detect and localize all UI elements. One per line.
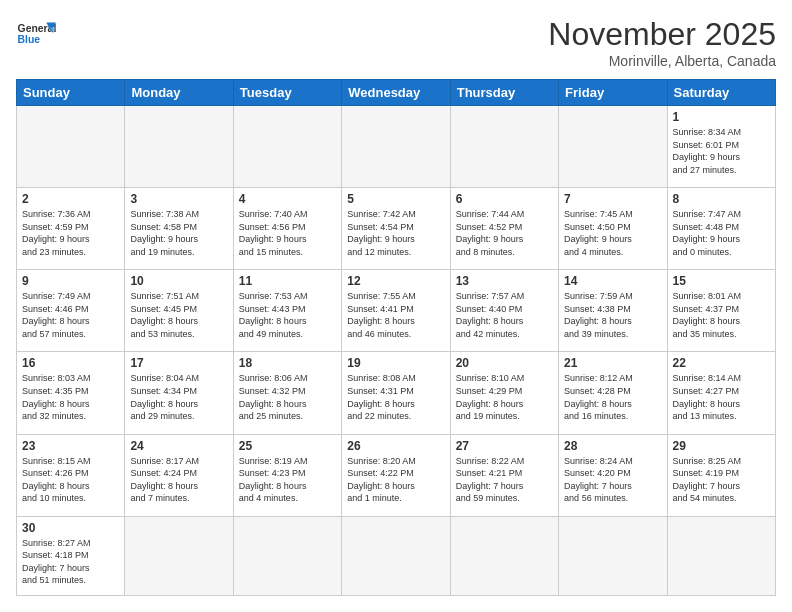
day-info: Sunrise: 8:34 AM Sunset: 6:01 PM Dayligh… <box>673 126 770 176</box>
table-row: 6Sunrise: 7:44 AM Sunset: 4:52 PM Daylig… <box>450 188 558 270</box>
col-tuesday: Tuesday <box>233 80 341 106</box>
table-row: 30Sunrise: 8:27 AM Sunset: 4:18 PM Dayli… <box>17 516 125 595</box>
table-row <box>233 516 341 595</box>
day-info: Sunrise: 8:15 AM Sunset: 4:26 PM Dayligh… <box>22 455 119 505</box>
table-row: 11Sunrise: 7:53 AM Sunset: 4:43 PM Dayli… <box>233 270 341 352</box>
table-row: 27Sunrise: 8:22 AM Sunset: 4:21 PM Dayli… <box>450 434 558 516</box>
table-row: 14Sunrise: 7:59 AM Sunset: 4:38 PM Dayli… <box>559 270 667 352</box>
day-info: Sunrise: 8:06 AM Sunset: 4:32 PM Dayligh… <box>239 372 336 422</box>
day-info: Sunrise: 8:19 AM Sunset: 4:23 PM Dayligh… <box>239 455 336 505</box>
day-info: Sunrise: 8:17 AM Sunset: 4:24 PM Dayligh… <box>130 455 227 505</box>
day-info: Sunrise: 8:14 AM Sunset: 4:27 PM Dayligh… <box>673 372 770 422</box>
day-info: Sunrise: 8:08 AM Sunset: 4:31 PM Dayligh… <box>347 372 444 422</box>
location: Morinville, Alberta, Canada <box>548 53 776 69</box>
table-row: 9Sunrise: 7:49 AM Sunset: 4:46 PM Daylig… <box>17 270 125 352</box>
header: General Blue November 2025 Morinville, A… <box>16 16 776 69</box>
day-number: 23 <box>22 439 119 453</box>
table-row: 1Sunrise: 8:34 AM Sunset: 6:01 PM Daylig… <box>667 106 775 188</box>
table-row <box>559 106 667 188</box>
day-info: Sunrise: 8:22 AM Sunset: 4:21 PM Dayligh… <box>456 455 553 505</box>
table-row: 7Sunrise: 7:45 AM Sunset: 4:50 PM Daylig… <box>559 188 667 270</box>
day-number: 4 <box>239 192 336 206</box>
day-info: Sunrise: 8:20 AM Sunset: 4:22 PM Dayligh… <box>347 455 444 505</box>
table-row: 8Sunrise: 7:47 AM Sunset: 4:48 PM Daylig… <box>667 188 775 270</box>
day-number: 27 <box>456 439 553 453</box>
table-row: 22Sunrise: 8:14 AM Sunset: 4:27 PM Dayli… <box>667 352 775 434</box>
day-number: 20 <box>456 356 553 370</box>
day-number: 28 <box>564 439 661 453</box>
day-info: Sunrise: 7:57 AM Sunset: 4:40 PM Dayligh… <box>456 290 553 340</box>
day-number: 19 <box>347 356 444 370</box>
day-number: 13 <box>456 274 553 288</box>
day-number: 15 <box>673 274 770 288</box>
table-row: 25Sunrise: 8:19 AM Sunset: 4:23 PM Dayli… <box>233 434 341 516</box>
day-info: Sunrise: 7:51 AM Sunset: 4:45 PM Dayligh… <box>130 290 227 340</box>
table-row <box>342 516 450 595</box>
day-number: 16 <box>22 356 119 370</box>
day-info: Sunrise: 7:53 AM Sunset: 4:43 PM Dayligh… <box>239 290 336 340</box>
table-row: 12Sunrise: 7:55 AM Sunset: 4:41 PM Dayli… <box>342 270 450 352</box>
table-row: 21Sunrise: 8:12 AM Sunset: 4:28 PM Dayli… <box>559 352 667 434</box>
table-row: 16Sunrise: 8:03 AM Sunset: 4:35 PM Dayli… <box>17 352 125 434</box>
table-row: 28Sunrise: 8:24 AM Sunset: 4:20 PM Dayli… <box>559 434 667 516</box>
table-row: 29Sunrise: 8:25 AM Sunset: 4:19 PM Dayli… <box>667 434 775 516</box>
table-row: 4Sunrise: 7:40 AM Sunset: 4:56 PM Daylig… <box>233 188 341 270</box>
day-info: Sunrise: 7:36 AM Sunset: 4:59 PM Dayligh… <box>22 208 119 258</box>
table-row: 26Sunrise: 8:20 AM Sunset: 4:22 PM Dayli… <box>342 434 450 516</box>
table-row: 24Sunrise: 8:17 AM Sunset: 4:24 PM Dayli… <box>125 434 233 516</box>
day-number: 29 <box>673 439 770 453</box>
logo: General Blue <box>16 16 56 56</box>
table-row <box>450 516 558 595</box>
day-number: 8 <box>673 192 770 206</box>
day-number: 25 <box>239 439 336 453</box>
table-row <box>125 516 233 595</box>
day-number: 2 <box>22 192 119 206</box>
col-saturday: Saturday <box>667 80 775 106</box>
table-row <box>17 106 125 188</box>
generalblue-logo-icon: General Blue <box>16 16 56 56</box>
day-info: Sunrise: 7:40 AM Sunset: 4:56 PM Dayligh… <box>239 208 336 258</box>
day-number: 6 <box>456 192 553 206</box>
month-title: November 2025 <box>548 16 776 53</box>
title-section: November 2025 Morinville, Alberta, Canad… <box>548 16 776 69</box>
calendar-table: Sunday Monday Tuesday Wednesday Thursday… <box>16 79 776 596</box>
col-wednesday: Wednesday <box>342 80 450 106</box>
day-info: Sunrise: 7:47 AM Sunset: 4:48 PM Dayligh… <box>673 208 770 258</box>
day-info: Sunrise: 8:24 AM Sunset: 4:20 PM Dayligh… <box>564 455 661 505</box>
table-row: 5Sunrise: 7:42 AM Sunset: 4:54 PM Daylig… <box>342 188 450 270</box>
table-row: 3Sunrise: 7:38 AM Sunset: 4:58 PM Daylig… <box>125 188 233 270</box>
table-row: 17Sunrise: 8:04 AM Sunset: 4:34 PM Dayli… <box>125 352 233 434</box>
day-number: 10 <box>130 274 227 288</box>
day-number: 30 <box>22 521 119 535</box>
day-info: Sunrise: 7:42 AM Sunset: 4:54 PM Dayligh… <box>347 208 444 258</box>
day-info: Sunrise: 8:12 AM Sunset: 4:28 PM Dayligh… <box>564 372 661 422</box>
day-number: 21 <box>564 356 661 370</box>
day-info: Sunrise: 8:04 AM Sunset: 4:34 PM Dayligh… <box>130 372 227 422</box>
table-row: 15Sunrise: 8:01 AM Sunset: 4:37 PM Dayli… <box>667 270 775 352</box>
day-info: Sunrise: 8:03 AM Sunset: 4:35 PM Dayligh… <box>22 372 119 422</box>
col-thursday: Thursday <box>450 80 558 106</box>
day-number: 14 <box>564 274 661 288</box>
day-info: Sunrise: 8:01 AM Sunset: 4:37 PM Dayligh… <box>673 290 770 340</box>
day-number: 11 <box>239 274 336 288</box>
calendar-header-row: Sunday Monday Tuesday Wednesday Thursday… <box>17 80 776 106</box>
day-number: 1 <box>673 110 770 124</box>
day-info: Sunrise: 8:25 AM Sunset: 4:19 PM Dayligh… <box>673 455 770 505</box>
day-info: Sunrise: 8:27 AM Sunset: 4:18 PM Dayligh… <box>22 537 119 587</box>
table-row: 13Sunrise: 7:57 AM Sunset: 4:40 PM Dayli… <box>450 270 558 352</box>
table-row: 20Sunrise: 8:10 AM Sunset: 4:29 PM Dayli… <box>450 352 558 434</box>
day-number: 12 <box>347 274 444 288</box>
page: General Blue November 2025 Morinville, A… <box>0 0 792 612</box>
table-row <box>342 106 450 188</box>
table-row <box>233 106 341 188</box>
day-number: 22 <box>673 356 770 370</box>
col-sunday: Sunday <box>17 80 125 106</box>
day-number: 17 <box>130 356 227 370</box>
table-row: 19Sunrise: 8:08 AM Sunset: 4:31 PM Dayli… <box>342 352 450 434</box>
day-info: Sunrise: 7:59 AM Sunset: 4:38 PM Dayligh… <box>564 290 661 340</box>
day-number: 18 <box>239 356 336 370</box>
day-number: 24 <box>130 439 227 453</box>
day-number: 3 <box>130 192 227 206</box>
day-number: 7 <box>564 192 661 206</box>
table-row: 10Sunrise: 7:51 AM Sunset: 4:45 PM Dayli… <box>125 270 233 352</box>
